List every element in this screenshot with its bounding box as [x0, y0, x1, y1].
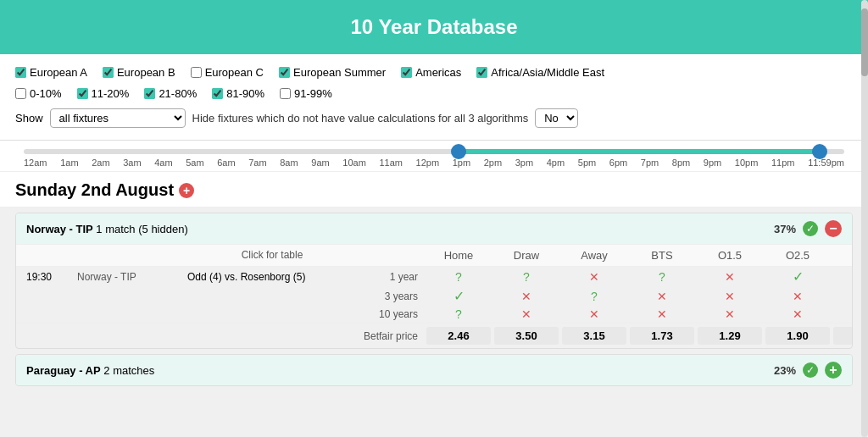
match-group-0-0: 19:30 Norway - TIP Odd (4) vs. Rosenborg…: [16, 266, 852, 348]
time-label-15: 3pm: [515, 158, 533, 168]
league-right-1: 23% ✓ +: [774, 362, 842, 379]
scrollbar-thumb[interactable]: [861, 8, 868, 76]
league-checkbox-2[interactable]: [191, 67, 202, 78]
hide-fixtures-label: Hide fixtures which do not have value ca…: [192, 112, 529, 124]
header: 10 Year Database: [0, 0, 868, 54]
bts-0: ?: [628, 270, 696, 284]
league-filter-item: European Summer: [279, 66, 386, 79]
time-label-4: 4am: [154, 158, 172, 168]
col-header-4: O1.5: [696, 249, 764, 262]
home-0: ?: [425, 270, 492, 284]
league-check-circle-1: ✓: [803, 362, 818, 378]
time-label-23: 11pm: [771, 158, 795, 168]
pct-label-0: 0-10%: [30, 87, 62, 100]
league-filter-item: European C: [191, 66, 264, 79]
league-filter-item: European B: [103, 66, 175, 79]
click-for-table[interactable]: Click for table: [187, 249, 357, 262]
pct-label-2: 21-80%: [159, 87, 197, 100]
scrollbar-track[interactable]: [861, 0, 868, 391]
league-expand-icon[interactable]: +: [825, 362, 842, 379]
slider-thumb-left[interactable]: [451, 144, 466, 159]
league-title-1: Paraguay - AP 2 matches: [26, 364, 154, 377]
time-label-10: 10am: [342, 158, 366, 168]
o35-2: ✕: [832, 307, 853, 321]
pct-filter-item: 0-10%: [15, 87, 62, 100]
home-1: ✓: [425, 288, 492, 304]
col-header-5: O2.5: [764, 249, 832, 262]
betfair-row-0-0: Betfair price 2.46 3.50 3.15 1.73 1.29 1…: [16, 323, 852, 348]
day-header: Sunday 2nd August +: [0, 172, 868, 207]
col-header-1: Draw: [492, 249, 560, 262]
pct-checkbox-3[interactable]: [212, 88, 223, 99]
league-filter-item: Americas: [401, 66, 461, 79]
time-label-8: 8am: [280, 158, 298, 168]
col-header-0: Home: [425, 249, 492, 262]
time-slider-container[interactable]: [15, 149, 853, 154]
time-label-12: 12pm: [416, 158, 440, 168]
pct-filter-row: 0-10%11-20%21-80%81-90%91-99%: [15, 87, 853, 100]
draw-2: ✕: [492, 307, 560, 321]
time-label-11: 11am: [379, 158, 403, 168]
pct-filter-item: 21-80%: [144, 87, 197, 100]
bf-home: 2.46: [426, 327, 491, 345]
league-checkbox-1[interactable]: [103, 67, 114, 78]
col-empty-year: [357, 249, 425, 262]
time-label-9: 9am: [311, 158, 329, 168]
pct-label-1: 11-20%: [92, 87, 130, 100]
match-time: 19:30: [26, 271, 77, 283]
league-col-headers-0: Click for table HomeDrawAwayBTSO1.5O2.5O…: [16, 244, 852, 266]
time-label-7: 7am: [248, 158, 266, 168]
year-label-1: 3 years: [357, 290, 425, 302]
league-header-0[interactable]: Norway - TIP 1 match (5 hidden) 37% ✓ −: [16, 213, 852, 244]
betfair-label: Betfair price: [357, 330, 425, 342]
pct-checkbox-4[interactable]: [280, 88, 291, 99]
league-label-1: European B: [117, 66, 175, 79]
col-empty-2: [77, 249, 187, 262]
league-header-1[interactable]: Paraguay - AP 2 matches 23% ✓ +: [16, 355, 852, 385]
draw-0: ?: [492, 270, 560, 284]
league-section-1: Paraguay - AP 2 matches 23% ✓ +: [15, 354, 853, 386]
pct-filter-item: 11-20%: [77, 87, 130, 100]
hide-select[interactable]: No: [535, 108, 578, 128]
away-2: ✕: [560, 307, 628, 321]
time-slider-fill: [459, 149, 820, 154]
league-label-5: Africa/Asia/Middle East: [491, 66, 604, 79]
time-label-18: 6pm: [609, 158, 627, 168]
time-label-16: 4pm: [547, 158, 565, 168]
o35-0: ?: [832, 270, 853, 284]
league-checkbox-4[interactable]: [401, 67, 412, 78]
o25-2: ✕: [764, 307, 832, 321]
o25-0: ✓: [764, 268, 832, 285]
time-label-17: 5pm: [578, 158, 596, 168]
bf-o15: 1.29: [698, 327, 762, 345]
league-label-4: Americas: [415, 66, 461, 79]
add-day-icon[interactable]: +: [179, 183, 194, 198]
slider-thumb-right[interactable]: [812, 144, 827, 159]
show-label: Show: [15, 112, 43, 124]
pct-checkbox-2[interactable]: [144, 88, 155, 99]
league-label-2: European C: [205, 66, 264, 79]
col-header-3: BTS: [628, 249, 696, 262]
league-checkbox-3[interactable]: [279, 67, 290, 78]
col-header-6: O3.5: [832, 249, 853, 262]
league-checkbox-0[interactable]: [15, 67, 26, 78]
league-section-0: Norway - TIP 1 match (5 hidden) 37% ✓ − …: [15, 213, 853, 349]
match-league: Norway - TIP: [77, 271, 187, 283]
pct-checkbox-1[interactable]: [77, 88, 88, 99]
time-label-20: 8pm: [672, 158, 690, 168]
time-label-1: 1am: [60, 158, 78, 168]
league-collapse-icon[interactable]: −: [825, 220, 842, 237]
show-select[interactable]: all fixtures: [50, 108, 186, 128]
year-label-0: 1 year: [357, 271, 425, 283]
day-title: Sunday 2nd August +: [15, 180, 853, 200]
day-title-text: Sunday 2nd August: [15, 180, 174, 200]
league-filter-row: European AEuropean BEuropean CEuropean S…: [15, 66, 853, 79]
league-checkbox-5[interactable]: [476, 67, 487, 78]
time-label-24: 11:59pm: [808, 158, 844, 168]
away-1: ?: [560, 290, 628, 303]
away-0: ✕: [560, 270, 628, 284]
pct-checkbox-0[interactable]: [15, 88, 26, 99]
o35-1: ✕: [832, 290, 853, 303]
o15-2: ✕: [696, 307, 764, 321]
o25-1: ✕: [764, 290, 832, 303]
